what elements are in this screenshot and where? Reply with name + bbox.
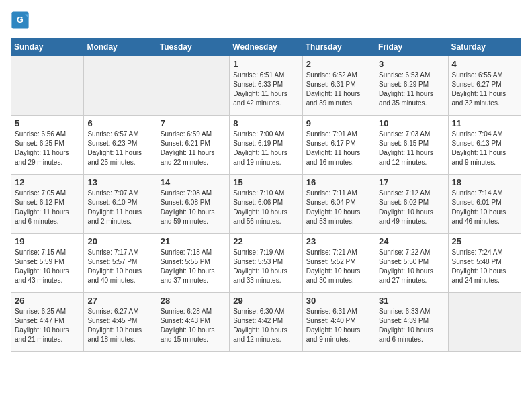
day-number: 7 (161, 118, 226, 128)
logo: G (11, 11, 32, 30)
day-header-saturday: Saturday (448, 38, 521, 56)
day-info: Sunrise: 7:14 AM Sunset: 6:01 PM Dayligh… (452, 189, 517, 226)
day-number: 15 (233, 177, 298, 187)
day-number: 10 (379, 118, 444, 128)
day-info: Sunrise: 6:31 AM Sunset: 4:40 PM Dayligh… (306, 307, 371, 345)
calendar-week-2: 5Sunrise: 6:56 AM Sunset: 6:25 PM Daylig… (11, 116, 521, 175)
day-info: Sunrise: 7:21 AM Sunset: 5:52 PM Dayligh… (306, 248, 371, 285)
day-number: 18 (452, 177, 517, 187)
day-number: 1 (233, 59, 298, 69)
day-info: Sunrise: 6:28 AM Sunset: 4:43 PM Dayligh… (161, 307, 226, 345)
calendar-cell: 7Sunrise: 6:59 AM Sunset: 6:21 PM Daylig… (157, 116, 229, 175)
calendar-cell: 22Sunrise: 7:19 AM Sunset: 5:53 PM Dayli… (230, 234, 302, 293)
calendar-cell: 28Sunrise: 6:28 AM Sunset: 4:43 PM Dayli… (157, 293, 229, 352)
calendar-week-4: 19Sunrise: 7:15 AM Sunset: 5:59 PM Dayli… (11, 234, 521, 293)
day-info: Sunrise: 7:05 AM Sunset: 6:12 PM Dayligh… (15, 189, 80, 226)
day-number: 11 (452, 118, 517, 128)
day-number: 30 (306, 295, 371, 306)
calendar-cell: 20Sunrise: 7:17 AM Sunset: 5:57 PM Dayli… (84, 234, 157, 293)
calendar-cell (157, 56, 229, 116)
calendar-table: SundayMondayTuesdayWednesdayThursdayFrid… (11, 38, 521, 352)
calendar-cell: 18Sunrise: 7:14 AM Sunset: 6:01 PM Dayli… (448, 175, 521, 234)
calendar-cell (84, 56, 157, 116)
day-number: 12 (15, 177, 80, 187)
day-info: Sunrise: 6:25 AM Sunset: 4:47 PM Dayligh… (15, 307, 80, 345)
day-info: Sunrise: 6:57 AM Sunset: 6:23 PM Dayligh… (87, 130, 152, 167)
day-number: 4 (452, 59, 517, 69)
page-header: G (11, 11, 521, 30)
calendar-cell: 6Sunrise: 6:57 AM Sunset: 6:23 PM Daylig… (84, 116, 157, 175)
day-number: 25 (452, 236, 517, 246)
calendar-cell: 24Sunrise: 7:22 AM Sunset: 5:50 PM Dayli… (375, 234, 448, 293)
day-info: Sunrise: 6:33 AM Sunset: 4:39 PM Dayligh… (379, 307, 444, 345)
day-number: 29 (233, 295, 298, 306)
day-number: 8 (233, 118, 298, 128)
day-number: 6 (87, 118, 152, 128)
day-number: 14 (161, 177, 226, 187)
day-header-wednesday: Wednesday (230, 38, 302, 56)
day-header-thursday: Thursday (302, 38, 375, 56)
calendar-cell: 14Sunrise: 7:08 AM Sunset: 6:08 PM Dayli… (157, 175, 229, 234)
day-info: Sunrise: 6:51 AM Sunset: 6:33 PM Dayligh… (233, 71, 298, 108)
day-number: 2 (306, 59, 371, 69)
calendar-cell (448, 293, 521, 352)
day-info: Sunrise: 7:24 AM Sunset: 5:48 PM Dayligh… (452, 248, 517, 285)
calendar-cell: 21Sunrise: 7:18 AM Sunset: 5:55 PM Dayli… (157, 234, 229, 293)
calendar-cell: 23Sunrise: 7:21 AM Sunset: 5:52 PM Dayli… (302, 234, 375, 293)
day-number: 3 (379, 59, 444, 69)
day-info: Sunrise: 7:10 AM Sunset: 6:06 PM Dayligh… (233, 189, 298, 226)
day-header-sunday: Sunday (11, 38, 84, 56)
day-info: Sunrise: 6:27 AM Sunset: 4:45 PM Dayligh… (87, 307, 152, 345)
day-info: Sunrise: 7:00 AM Sunset: 6:19 PM Dayligh… (233, 130, 298, 167)
day-info: Sunrise: 6:59 AM Sunset: 6:21 PM Dayligh… (161, 130, 226, 167)
day-info: Sunrise: 6:55 AM Sunset: 6:27 PM Dayligh… (452, 71, 517, 108)
day-info: Sunrise: 6:56 AM Sunset: 6:25 PM Dayligh… (15, 130, 80, 167)
calendar-cell: 26Sunrise: 6:25 AM Sunset: 4:47 PM Dayli… (11, 293, 84, 352)
calendar-cell: 3Sunrise: 6:53 AM Sunset: 6:29 PM Daylig… (375, 56, 448, 116)
calendar-cell: 9Sunrise: 7:01 AM Sunset: 6:17 PM Daylig… (302, 116, 375, 175)
day-number: 21 (161, 236, 226, 246)
day-info: Sunrise: 7:19 AM Sunset: 5:53 PM Dayligh… (233, 248, 298, 285)
calendar-week-5: 26Sunrise: 6:25 AM Sunset: 4:47 PM Dayli… (11, 293, 521, 352)
day-info: Sunrise: 7:15 AM Sunset: 5:59 PM Dayligh… (15, 248, 80, 285)
day-number: 28 (161, 295, 226, 306)
day-number: 23 (306, 236, 371, 246)
day-number: 19 (15, 236, 80, 246)
day-number: 13 (87, 177, 152, 187)
day-info: Sunrise: 7:12 AM Sunset: 6:02 PM Dayligh… (379, 189, 444, 226)
calendar-cell: 13Sunrise: 7:07 AM Sunset: 6:10 PM Dayli… (84, 175, 157, 234)
calendar-cell: 2Sunrise: 6:52 AM Sunset: 6:31 PM Daylig… (302, 56, 375, 116)
day-number: 26 (15, 295, 80, 306)
day-info: Sunrise: 7:07 AM Sunset: 6:10 PM Dayligh… (87, 189, 152, 226)
calendar-cell: 11Sunrise: 7:04 AM Sunset: 6:13 PM Dayli… (448, 116, 521, 175)
day-number: 20 (87, 236, 152, 246)
calendar-cell: 30Sunrise: 6:31 AM Sunset: 4:40 PM Dayli… (302, 293, 375, 352)
day-number: 17 (379, 177, 444, 187)
day-info: Sunrise: 7:11 AM Sunset: 6:04 PM Dayligh… (306, 189, 371, 226)
day-info: Sunrise: 7:08 AM Sunset: 6:08 PM Dayligh… (161, 189, 226, 226)
day-info: Sunrise: 7:03 AM Sunset: 6:15 PM Dayligh… (379, 130, 444, 167)
calendar-cell: 1Sunrise: 6:51 AM Sunset: 6:33 PM Daylig… (230, 56, 302, 116)
day-info: Sunrise: 6:52 AM Sunset: 6:31 PM Dayligh… (306, 71, 371, 108)
day-number: 9 (306, 118, 371, 128)
calendar-cell: 27Sunrise: 6:27 AM Sunset: 4:45 PM Dayli… (84, 293, 157, 352)
day-number: 31 (379, 295, 444, 306)
logo-icon: G (11, 11, 30, 30)
day-info: Sunrise: 7:17 AM Sunset: 5:57 PM Dayligh… (87, 248, 152, 285)
day-info: Sunrise: 7:22 AM Sunset: 5:50 PM Dayligh… (379, 248, 444, 285)
calendar-week-1: 1Sunrise: 6:51 AM Sunset: 6:33 PM Daylig… (11, 56, 521, 116)
day-number: 16 (306, 177, 371, 187)
day-number: 24 (379, 236, 444, 246)
day-number: 5 (15, 118, 80, 128)
calendar-cell: 8Sunrise: 7:00 AM Sunset: 6:19 PM Daylig… (230, 116, 302, 175)
day-info: Sunrise: 7:18 AM Sunset: 5:55 PM Dayligh… (161, 248, 226, 285)
calendar-cell: 19Sunrise: 7:15 AM Sunset: 5:59 PM Dayli… (11, 234, 84, 293)
calendar-cell: 12Sunrise: 7:05 AM Sunset: 6:12 PM Dayli… (11, 175, 84, 234)
day-header-friday: Friday (375, 38, 448, 56)
calendar-cell: 5Sunrise: 6:56 AM Sunset: 6:25 PM Daylig… (11, 116, 84, 175)
day-number: 22 (233, 236, 298, 246)
svg-text:G: G (17, 15, 24, 25)
calendar-cell: 25Sunrise: 7:24 AM Sunset: 5:48 PM Dayli… (448, 234, 521, 293)
calendar-cell: 10Sunrise: 7:03 AM Sunset: 6:15 PM Dayli… (375, 116, 448, 175)
calendar-header: SundayMondayTuesdayWednesdayThursdayFrid… (11, 38, 521, 56)
